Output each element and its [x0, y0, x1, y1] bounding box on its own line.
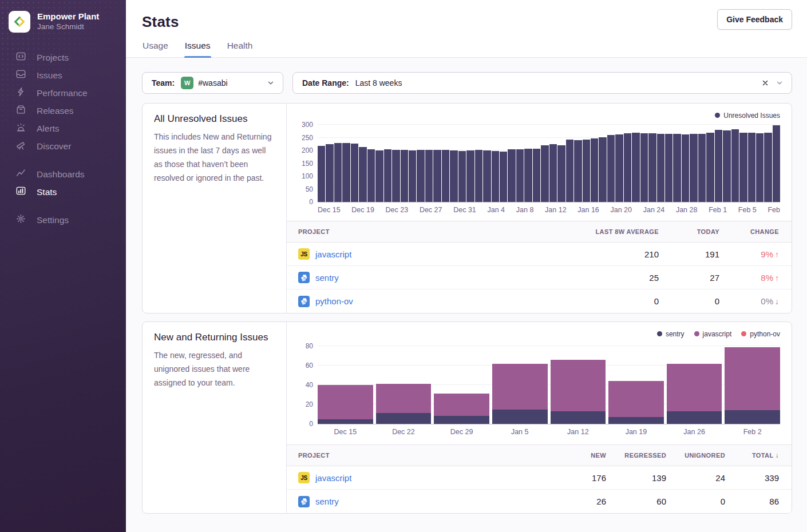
chart-bar — [466, 150, 474, 202]
y-axis-label: 100 — [295, 173, 313, 180]
team-select[interactable]: Team: W #wasabi — [142, 72, 283, 94]
chart-bar — [450, 150, 457, 202]
chart-bar — [665, 134, 672, 202]
avg-value: 0 — [557, 296, 671, 306]
project-cell: python-ov — [287, 296, 557, 307]
today-value: 191 — [671, 249, 732, 259]
chart-bar — [764, 133, 772, 202]
panel-title: New and Returning Issues — [154, 332, 275, 343]
x-axis-label: Feb 2 — [725, 428, 780, 436]
tab-usage[interactable]: Usage — [142, 38, 169, 57]
sidebar-item-settings[interactable]: Settings — [0, 211, 126, 229]
dashboards-icon — [15, 168, 26, 181]
y-axis-label: 0 — [295, 420, 313, 427]
y-axis-label: 250 — [295, 134, 313, 141]
new-returning-issues-panel: New and Returning Issues The new, regres… — [142, 321, 792, 514]
x-axis-label: Jan 4 — [487, 206, 505, 214]
table-row: sentry 26 60 0 86 — [287, 490, 792, 513]
bar-segment-javascript — [608, 381, 664, 417]
unresolved-chart: Unresolved Issues 050100150200250300 Dec… — [287, 104, 792, 214]
sidebar-item-label: Issues — [37, 70, 62, 81]
column-header-project: PROJECT — [287, 452, 553, 459]
sidebar-item-projects[interactable]: Projects — [0, 49, 126, 66]
chart-bar — [648, 133, 656, 202]
table-header-row: PROJECT LAST 8W AVERAGE TODAY CHANGE — [287, 221, 792, 243]
bar-segment-javascript — [667, 364, 722, 411]
org-switcher[interactable]: Empower Plant Jane Schmidt — [0, 0, 126, 42]
trend-down-icon: ↓ — [775, 297, 779, 306]
column-header-today: TODAY — [671, 228, 732, 235]
column-header-change: CHANGE — [732, 228, 792, 235]
sidebar-item-dashboards[interactable]: Dashboards — [0, 165, 126, 183]
chart-bar — [682, 134, 689, 202]
project-link[interactable]: javascript — [315, 473, 351, 483]
javascript-platform-icon: JS — [298, 472, 310, 483]
y-axis-label: 60 — [295, 362, 313, 369]
legend-item-javascript[interactable]: javascript — [694, 330, 732, 338]
performance-icon — [15, 86, 26, 100]
python-platform-icon — [298, 272, 310, 283]
new-returning-chart-xlabels: Dec 15Dec 22Dec 29Jan 5Jan 12Jan 19Jan 2… — [318, 428, 780, 436]
table-row: JS javascript 176 139 24 339 — [287, 466, 792, 490]
stacked-bar — [551, 360, 606, 424]
chart-bar — [342, 143, 350, 202]
project-link[interactable]: sentry — [315, 273, 339, 283]
avg-value: 25 — [557, 273, 671, 283]
chart-bar — [731, 129, 739, 202]
date-range-select[interactable]: Date Range: Last 8 weeks — [292, 72, 792, 94]
date-range-label: Date Range: — [302, 78, 349, 88]
column-header-total[interactable]: TOTAL↓ — [738, 451, 792, 459]
x-axis-label: Dec 23 — [386, 206, 409, 214]
sidebar-nav: Projects Issues Performance Releases Ale… — [0, 42, 126, 229]
change-value: 0%↓ — [732, 296, 792, 306]
column-header-regressed: REGRESSED — [619, 452, 679, 459]
chart-bar — [583, 140, 590, 202]
stats-icon — [15, 185, 26, 198]
sidebar-item-stats[interactable]: Stats — [0, 183, 126, 201]
chevron-down-icon — [775, 78, 784, 88]
bar-segment-sentry — [376, 413, 432, 424]
project-link[interactable]: javascript — [315, 249, 351, 259]
sidebar-item-alerts[interactable]: Alerts — [0, 120, 126, 137]
legend-item-sentry[interactable]: sentry — [657, 330, 685, 338]
org-logo — [9, 11, 30, 33]
sidebar-item-releases[interactable]: Releases — [0, 102, 126, 120]
chart-bar — [549, 144, 557, 202]
chart-bar — [483, 150, 490, 202]
stacked-bar — [608, 381, 664, 424]
chart-bar — [574, 140, 581, 202]
give-feedback-button[interactable]: Give Feedback — [717, 9, 792, 30]
sidebar-item-issues[interactable]: Issues — [0, 66, 126, 84]
clear-icon[interactable] — [760, 78, 770, 88]
chart-bar — [524, 149, 532, 202]
tab-issues[interactable]: Issues — [184, 38, 211, 57]
project-link[interactable]: sentry — [315, 497, 339, 506]
new-returning-table: PROJECT NEW REGRESSED UNIGNORED TOTAL↓ J… — [287, 444, 792, 513]
settings-icon — [15, 213, 26, 227]
chart-bar — [591, 138, 598, 202]
sidebar-item-performance[interactable]: Performance — [0, 84, 126, 102]
chart-bar — [492, 151, 499, 202]
bar-segment-sentry — [318, 419, 373, 424]
y-axis-label: 50 — [295, 186, 313, 193]
today-value: 27 — [671, 273, 732, 283]
stacked-bar — [434, 394, 489, 424]
legend-item-python-ov[interactable]: python-ov — [741, 330, 780, 338]
stacked-bar — [667, 364, 722, 424]
chart-bar — [533, 149, 540, 202]
legend-item-unresolved[interactable]: Unresolved Issues — [715, 112, 780, 120]
change-value: 8%↑ — [732, 273, 792, 283]
table-row: JS javascript 210 191 9%↑ — [287, 243, 792, 266]
project-link[interactable]: python-ov — [315, 296, 353, 306]
x-axis-label: Dec 22 — [376, 428, 432, 436]
empower-plant-logo-icon — [13, 15, 26, 29]
unresolved-issues-panel: All Unresolved Issues This includes New … — [142, 103, 792, 313]
chart-bar — [698, 134, 706, 202]
project-cell: JS javascript — [287, 472, 553, 483]
legend-dot-icon — [741, 331, 746, 336]
project-cell: sentry — [287, 272, 557, 283]
x-axis-label: Jan 16 — [577, 206, 599, 214]
sidebar-item-discover[interactable]: Discover — [0, 137, 126, 155]
tab-health[interactable]: Health — [227, 38, 254, 57]
trend-up-icon: ↑ — [775, 250, 779, 259]
